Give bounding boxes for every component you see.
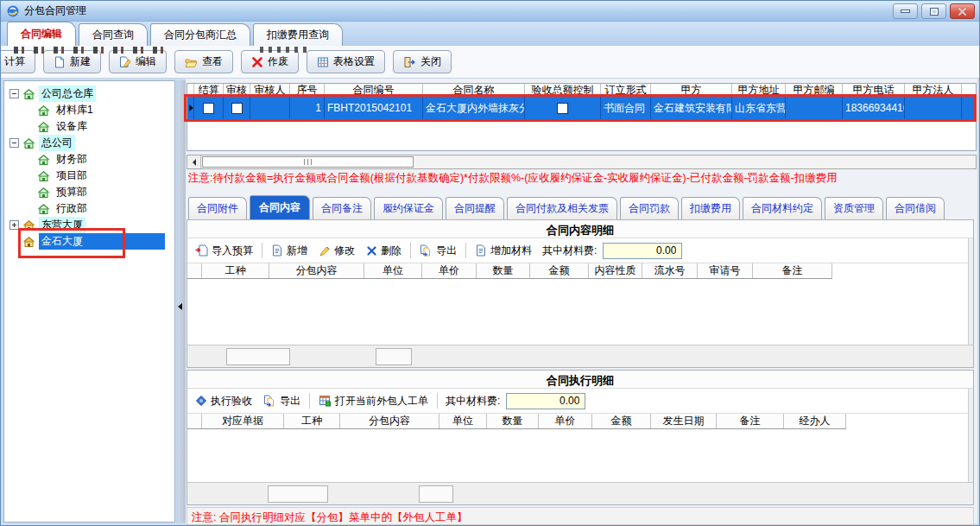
material-fee-field[interactable] [603, 243, 682, 259]
column-header[interactable]: 结算 [194, 84, 224, 97]
tree-item-material-store-1[interactable]: 材料库1 [4, 102, 174, 118]
column-header[interactable]: 单位 [364, 263, 422, 278]
contract-table: 结算 审核 审核人 序号 合同编号 合同名称 验收总额控制 订立形式 甲方 甲方… [187, 84, 977, 119]
scroll-left-button[interactable] [187, 155, 201, 168]
scrollbar-thumb[interactable] [202, 156, 414, 168]
import-budget-button[interactable]: 导入预算 [193, 242, 256, 260]
column-header[interactable]: 备注 [753, 263, 832, 278]
column-header[interactable]: 甲方地址 [732, 84, 786, 97]
tree-item-project-dept[interactable]: 项目部 [4, 168, 174, 184]
cell-audit-checkbox[interactable] [224, 97, 250, 119]
modify-row-button[interactable]: 修改 [316, 242, 357, 260]
column-header[interactable]: 单位 [439, 414, 487, 428]
execute-acceptance-button[interactable]: 执行验收 [193, 392, 255, 410]
column-header[interactable]: 备注 [717, 414, 784, 428]
toolbar-separator [410, 243, 411, 258]
checkbox-unchecked[interactable] [231, 103, 243, 114]
collapse-arrow-icon[interactable] [178, 303, 182, 310]
column-header[interactable]: 甲方邮编 [786, 84, 843, 97]
column-header[interactable]: 审核 [224, 84, 250, 97]
column-header[interactable]: 分包内容 [340, 414, 439, 428]
row-indicator-header [187, 84, 194, 97]
column-header[interactable]: 内容性质 [589, 263, 642, 278]
tree-item-finance-dept[interactable]: 财务部 [4, 151, 174, 168]
detail-tab-penalty[interactable]: 合同罚款 [620, 197, 679, 219]
column-header[interactable]: 甲方法人 [905, 84, 962, 97]
column-header[interactable]: 对应单据 [202, 414, 284, 428]
column-header[interactable]: 审核人 [250, 84, 290, 97]
close-window-button[interactable]: 关闭 [393, 50, 452, 73]
main-tab-contract-query[interactable]: 合同查询 [79, 23, 148, 46]
calculate-button[interactable]: 计算 [1, 50, 35, 73]
detail-tab-attachments[interactable]: 合同附件 [188, 197, 247, 219]
column-header[interactable]: 合同编号 [325, 84, 423, 97]
column-header[interactable]: 分包内容 [269, 263, 364, 278]
checkbox-unchecked[interactable] [203, 103, 214, 114]
column-header[interactable]: 甲方 [962, 84, 977, 97]
export-button[interactable]: 导出 [417, 242, 459, 260]
column-header[interactable]: 单价 [422, 263, 477, 278]
detail-tab-qualification[interactable]: 资质管理 [825, 197, 883, 219]
column-header[interactable]: 工种 [202, 263, 269, 278]
detail-tab-payment-invoices[interactable]: 合同付款及相关发票 [507, 197, 617, 219]
maximize-button[interactable] [921, 3, 946, 19]
column-header[interactable]: 经办人 [784, 414, 846, 428]
tree-item-equipment-store[interactable]: 设备库 [4, 118, 174, 135]
column-header[interactable]: 单价 [539, 414, 592, 428]
table-settings-button[interactable]: 表格设置 [307, 50, 385, 73]
view-button[interactable]: 查看 [174, 50, 233, 73]
expand-expander-icon[interactable] [9, 220, 19, 230]
tree-item-dongying-building[interactable]: 东营大厦 [4, 217, 174, 233]
detail-tab-withholding-fees[interactable]: 扣缴费用 [681, 197, 740, 219]
column-header[interactable]: 发生日期 [651, 414, 717, 428]
export-button[interactable]: 导出 [261, 392, 303, 410]
column-header[interactable]: 金额 [592, 414, 651, 428]
column-header[interactable]: 审请号 [698, 263, 753, 278]
open-outsource-worksheet-button[interactable]: 打开当前外包人工单 [316, 392, 431, 410]
collapse-expander-icon[interactable] [9, 89, 19, 98]
new-button[interactable]: 新建 [43, 50, 101, 73]
column-header[interactable]: 工种 [284, 414, 340, 428]
column-header[interactable]: 验收总额控制 [525, 84, 601, 97]
column-header[interactable]: 金额 [530, 263, 589, 278]
delete-row-button[interactable]: 删除 [364, 242, 404, 260]
close-button[interactable] [950, 3, 975, 19]
detail-tab-reminder[interactable]: 合同提醒 [446, 197, 504, 219]
column-header[interactable]: 合同名称 [423, 84, 525, 97]
column-header[interactable]: 甲方电话 [843, 84, 905, 97]
detail-tab-remarks[interactable]: 合同备注 [313, 197, 371, 219]
detail-tab-material-agreement[interactable]: 合同材料约定 [743, 197, 822, 219]
main-tab-subcontractor-summary[interactable]: 合同分包商汇总 [150, 23, 250, 46]
minimize-button[interactable] [893, 3, 918, 19]
panel-splitter[interactable] [176, 80, 186, 523]
checkbox-unchecked[interactable] [557, 103, 568, 114]
void-button[interactable]: 作废 [241, 50, 299, 73]
edit-button[interactable]: 编辑 [109, 50, 167, 73]
button-label: 导入预算 [212, 244, 253, 258]
tree-item-company-warehouse[interactable]: 公司总仓库 [4, 86, 174, 102]
tree-item-admin-dept[interactable]: 行政部 [4, 200, 174, 217]
execution-grid-header: 对应单据 工种 分包内容 单位 数量 单价 金额 发生日期 备注 经办人 [187, 414, 846, 429]
material-fee-field[interactable] [506, 393, 585, 409]
collapse-expander-icon[interactable] [9, 138, 19, 148]
main-tab-contract-edit[interactable]: 合同编辑 [7, 22, 76, 46]
detail-tab-performance-bond[interactable]: 履约保证金 [374, 197, 443, 219]
add-material-button[interactable]: 增加材料 [472, 242, 534, 260]
cell-settle-checkbox[interactable] [194, 97, 224, 119]
column-header[interactable]: 数量 [487, 414, 539, 428]
column-header[interactable]: 序号 [290, 84, 325, 97]
column-header[interactable]: 数量 [477, 263, 530, 278]
detail-tab-content[interactable]: 合同内容 [250, 195, 310, 219]
tree-item-jinshi-building[interactable]: 金石大厦 [4, 233, 174, 250]
column-header[interactable]: 流水号 [642, 263, 698, 278]
horizontal-scrollbar[interactable] [187, 155, 977, 169]
column-header[interactable]: 甲方 [651, 84, 732, 97]
detail-tab-borrowing[interactable]: 合同借阅 [886, 197, 945, 219]
add-row-button[interactable]: 新增 [269, 242, 310, 260]
column-header[interactable]: 订立形式 [601, 84, 651, 97]
tree-item-budget-dept[interactable]: 预算部 [4, 184, 174, 200]
cell-acceptance-total-checkbox[interactable] [525, 97, 601, 119]
button-label: 删除 [381, 244, 401, 258]
main-tab-withholding-fee-query[interactable]: 扣缴费用查询 [253, 23, 343, 46]
tree-item-head-office[interactable]: 总公司 [4, 135, 174, 151]
